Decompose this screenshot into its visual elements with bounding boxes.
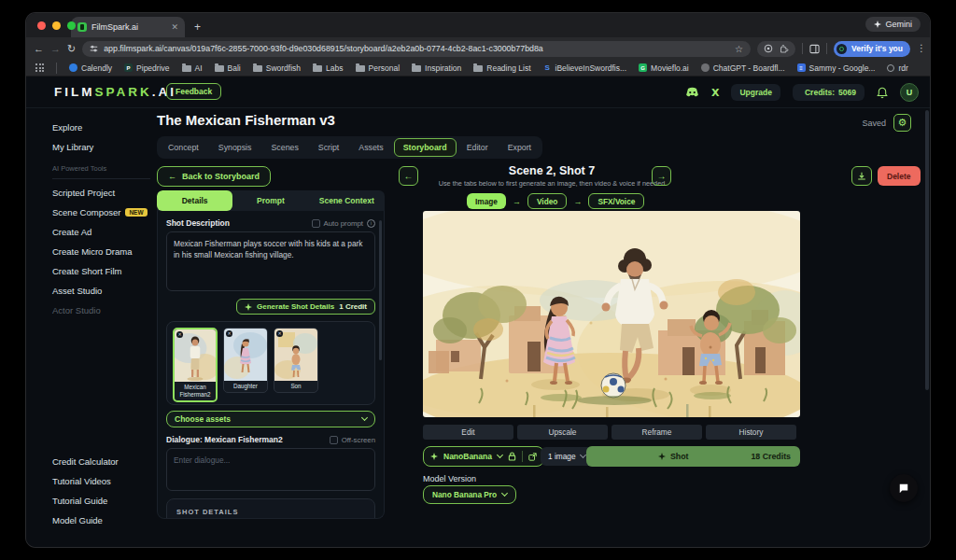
dialogue-input[interactable] [166,448,375,491]
bookmark-item[interactable]: ChatGPT - Boardfl... [701,63,785,73]
image-count-dropdown[interactable]: 1 image [541,447,593,466]
info-icon[interactable]: i [367,219,375,228]
sidebar-item-explore[interactable]: Explore [26,118,150,137]
bookmark-item[interactable]: ≡Sammy - Google... [797,63,876,73]
asset-card-daughter[interactable]: ✕ Daughter [223,328,268,393]
tab-scenes[interactable]: Scenes [261,138,307,157]
new-tab-button[interactable]: + [194,21,201,34]
address-bar[interactable]: app.filmspark.ai/canvas/019a7f6c-2855-70… [82,41,751,57]
shot-generate-button[interactable]: Shot 18 Credits [586,446,800,467]
bookmark-item[interactable]: Labs [313,63,343,73]
tab-storyboard[interactable]: Storyboard [394,138,457,157]
bookmark-item[interactable]: Reading List [473,63,530,73]
sidebar-item-scripted-project[interactable]: Scripted Project [26,183,150,203]
model-version-dropdown[interactable]: Nano Banana Pro [423,485,516,504]
tab-details[interactable]: Details [157,190,232,211]
bookmark-item[interactable]: Calendly [69,63,112,73]
tab-prompt[interactable]: Prompt [232,190,308,211]
feedback-button[interactable]: Feedback [166,83,221,100]
asset-card-mexican-fisherman2[interactable]: ✕ Mexican Fisherman2 [173,328,218,402]
tab-script[interactable]: Script [309,138,349,157]
external-link-icon[interactable] [528,453,537,461]
model-selector-dropdown[interactable]: NanoBanana [423,446,544,467]
x-twitter-icon[interactable]: 𝗫 [711,87,719,99]
delete-button[interactable]: Delete [878,166,921,186]
sidebar-item-create-short-film[interactable]: Create Short Film [26,261,150,281]
reframe-button[interactable]: Reframe [612,425,702,440]
tab-sfx-voice[interactable]: SFX/Voice [588,193,644,209]
off-screen-checkbox[interactable] [330,436,338,444]
verify-button[interactable]: Verify it's you [834,41,910,57]
previous-shot-button[interactable]: ← [399,166,418,186]
credits-badge[interactable]: Credits:5069 [793,84,865,101]
sidebar-item-tutorial-guide[interactable]: Tutorial Guide [26,491,150,511]
browser-menu-icon[interactable]: ⋮ [917,47,922,50]
profile-icon[interactable] [764,44,773,53]
upgrade-button[interactable]: Upgrade [731,84,780,101]
sidebar-item-model-guide[interactable]: Model Guide [26,511,150,530]
edit-button[interactable]: Edit [423,425,513,440]
auto-prompt-checkbox[interactable] [312,219,320,228]
upscale-button[interactable]: Upscale [517,425,608,440]
tab-assets[interactable]: Assets [349,138,392,157]
apps-grid-icon[interactable] [35,63,44,72]
tab-editor[interactable]: Editor [457,138,498,157]
shot-details-section[interactable]: SHOT DETAILS [166,498,375,519]
tab-concept[interactable]: Concept [159,138,208,157]
browser-tab[interactable]: FilmSpark.ai ✕ [71,17,185,37]
download-button[interactable] [851,166,872,186]
generate-shot-details-button[interactable]: Generate Shot Details 1 Credit [236,299,375,315]
sidebar-item-tutorial-videos[interactable]: Tutorial Videos [26,471,150,491]
sidebar-item-credit-calculator[interactable]: Credit Calculator [26,452,150,471]
site-settings-icon[interactable] [90,45,98,53]
bookmark-item[interactable]: Personal [356,63,401,73]
remove-asset-icon[interactable]: ✕ [176,331,183,338]
tab-export[interactable]: Export [499,138,541,157]
settings-gear-icon[interactable]: ⚙ [893,114,911,132]
remove-asset-icon[interactable]: ✕ [226,330,232,337]
asset-card-son[interactable]: ✕ Son [274,328,318,393]
back-icon[interactable]: ← [34,44,44,54]
bookmark-item[interactable]: rdr [887,63,907,73]
extensions-icon[interactable] [780,44,789,53]
tab-synopsis[interactable]: Synopsis [209,138,261,157]
bookmark-item[interactable]: Bali [215,63,241,73]
notifications-bell-icon[interactable] [877,87,888,99]
shot-description-input[interactable]: Mexican Fisherman plays soccer with his … [166,231,375,291]
history-button[interactable]: History [706,425,796,440]
choose-assets-dropdown[interactable]: Choose assets [166,411,375,427]
tab-close-icon[interactable]: ✕ [171,23,178,32]
bookmark-item[interactable]: SiBelieveInSwordfis... [543,63,627,73]
discord-icon[interactable] [685,87,699,98]
close-window-button[interactable] [37,21,46,30]
bookmark-item[interactable]: Inspiration [412,63,461,73]
bookmark-item[interactable]: PPipedrive [124,63,169,73]
sidebar-item-scene-composer[interactable]: Scene ComposerNEW [26,203,150,222]
bookmark-item[interactable]: Swordfish [253,63,301,73]
sidebar-item-create-ad[interactable]: Create Ad [26,222,150,242]
forward-icon[interactable]: → [50,44,61,54]
bookmark-star-icon[interactable]: ☆ [735,44,743,54]
user-avatar[interactable]: U [900,83,919,102]
tab-scene-context[interactable]: Scene Context [309,190,385,211]
filmspark-logo[interactable]: FILMSPARK.AI [54,85,176,99]
minimize-window-button[interactable] [52,21,61,30]
reload-icon[interactable]: ↻ [67,44,76,54]
page-scrollbar[interactable] [925,110,929,390]
details-scrollbar[interactable] [379,220,382,360]
gemini-button[interactable]: Gemini [865,17,921,32]
bookmark-item[interactable]: GMovieflo.ai [639,63,689,73]
sidebar-item-create-micro-drama[interactable]: Create Micro Drama [26,242,150,261]
next-shot-button[interactable]: → [652,166,671,186]
sidebar-item-asset-studio[interactable]: Asset Studio [26,281,150,301]
maximize-window-button[interactable] [67,21,76,30]
back-to-storyboard-button[interactable]: ← Back to Storyboard [157,166,271,187]
tab-image[interactable]: Image [467,193,506,209]
side-panel-icon[interactable] [809,44,820,54]
bookmark-item[interactable]: AI [182,63,203,73]
generated-shot-image[interactable] [423,211,800,417]
sidebar-item-my-library[interactable]: My Library [26,137,150,157]
chat-bubble-button[interactable] [890,474,918,502]
tab-video[interactable]: Video [527,193,567,209]
remove-asset-icon[interactable]: ✕ [276,330,283,337]
